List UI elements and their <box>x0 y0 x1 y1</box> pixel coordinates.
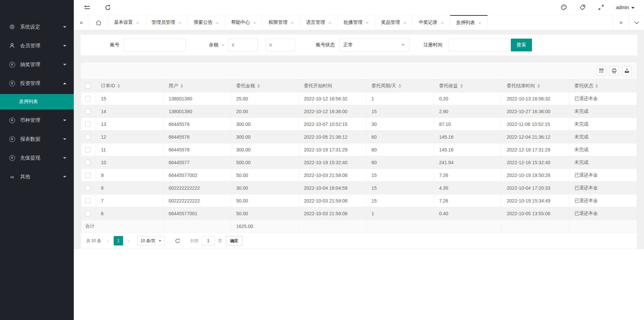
register-time-input[interactable] <box>448 39 509 51</box>
columns-filter-button[interactable] <box>597 66 606 76</box>
sidebar-item-system-settings[interactable]: 系统设定 <box>0 17 74 36</box>
account-input[interactable] <box>123 39 185 51</box>
tab-item-8[interactable]: 中奖记录× <box>413 15 450 30</box>
sidebar-item-member-management[interactable]: 会员管理 <box>0 36 74 55</box>
tab-item-6[interactable]: 轮播管理× <box>338 15 375 30</box>
tab-close-icon[interactable]: × <box>291 20 294 25</box>
tab-item-0[interactable]: 基本设置× <box>108 15 146 30</box>
tab-home[interactable] <box>89 15 108 30</box>
select-all-checkbox[interactable] <box>85 83 91 89</box>
sort-asc-icon[interactable] <box>398 84 401 86</box>
tabs-scroll-right-button[interactable]: » <box>613 15 629 30</box>
sort-icons[interactable] <box>595 84 598 88</box>
sidebar-subitem-pledge-list[interactable]: 质押列表 <box>0 94 74 109</box>
sort-desc-icon[interactable] <box>460 86 463 88</box>
sidebar-item-label: 充值提现 <box>20 155 63 161</box>
admin-dropdown[interactable]: admin <box>616 5 635 10</box>
tab-close-icon[interactable]: × <box>441 20 444 25</box>
sort-asc-icon[interactable] <box>117 84 120 86</box>
sidebar-item-lottery-management[interactable]: ¥抽奖管理 <box>0 55 74 74</box>
sort-asc-icon[interactable] <box>257 84 260 86</box>
cell-period-days: 60 <box>366 156 434 169</box>
row-checkbox[interactable] <box>85 109 91 114</box>
row-checkbox[interactable] <box>85 122 91 127</box>
tab-close-icon[interactable]: × <box>136 20 139 25</box>
account-status-select[interactable]: 正常 <box>339 39 410 51</box>
tab-close-icon[interactable]: × <box>328 20 331 25</box>
sort-icons[interactable] <box>398 84 401 88</box>
sort-desc-icon[interactable] <box>117 86 120 88</box>
row-checkbox[interactable] <box>85 173 91 178</box>
tag-icon[interactable] <box>579 4 586 11</box>
cell-end-time: 2022-10-27 16:36:00 <box>501 105 569 118</box>
row-checkbox[interactable] <box>85 160 91 165</box>
page-size-select[interactable]: 10 条/页 ▼ <box>137 236 165 245</box>
search-button[interactable]: 搜索 <box>511 39 532 51</box>
cell-end-time: 2022-10-04 17:20:33 <box>501 182 569 194</box>
sort-icons[interactable] <box>460 84 463 88</box>
row-checkbox[interactable] <box>85 96 91 101</box>
balance-max-input[interactable] <box>266 39 295 51</box>
tab-item-3[interactable]: 帮助中心× <box>225 15 263 30</box>
cell-amount: 300.00 <box>231 143 299 156</box>
tab-item-5[interactable]: 语言管理× <box>300 15 338 30</box>
chevron-down-icon <box>401 44 405 46</box>
next-page-button[interactable]: › <box>124 236 133 245</box>
tabs-menu-button[interactable] <box>629 15 644 30</box>
sort-asc-icon[interactable] <box>537 84 540 86</box>
fullscreen-icon[interactable] <box>598 4 604 10</box>
row-checkbox[interactable] <box>85 134 91 140</box>
sort-asc-icon[interactable] <box>460 84 463 86</box>
sort-desc-icon[interactable] <box>180 86 183 88</box>
column-header-label: 订单ID <box>101 83 115 88</box>
prev-page-button[interactable]: ‹ <box>104 236 112 245</box>
cell-order-id: 13 <box>96 118 164 131</box>
goto-page-input[interactable] <box>202 236 215 245</box>
sort-icons[interactable] <box>180 84 183 88</box>
cell-user: 002222222222 <box>163 182 231 194</box>
tab-close-icon[interactable]: × <box>253 20 256 25</box>
tab-close-icon[interactable]: × <box>366 20 369 25</box>
sidebar-item-report-data[interactable]: ¥报表数据 <box>0 130 74 148</box>
sort-asc-icon[interactable] <box>180 84 183 86</box>
tab-item-4[interactable]: 权限管理× <box>263 15 300 30</box>
balance-min-input[interactable] <box>228 39 258 51</box>
row-checkbox[interactable] <box>85 147 91 152</box>
sort-desc-icon[interactable] <box>398 86 401 88</box>
tab-item-9[interactable]: 质押列表× <box>450 15 488 30</box>
tab-item-1[interactable]: 管理员管理× <box>146 15 188 30</box>
row-checkbox[interactable] <box>85 198 91 203</box>
sidebar-item-other[interactable]: ∞其他 <box>0 167 74 186</box>
table-refresh-button[interactable] <box>175 238 180 244</box>
refresh-icon[interactable] <box>105 4 111 11</box>
sort-icons[interactable] <box>117 84 120 88</box>
sort-desc-icon[interactable] <box>537 86 540 88</box>
print-button[interactable] <box>609 66 619 76</box>
cell-status: 未完成 <box>569 156 637 169</box>
palette-icon[interactable] <box>560 4 567 11</box>
row-checkbox[interactable] <box>85 185 91 191</box>
tab-close-icon[interactable]: × <box>216 20 219 25</box>
tab-item-7[interactable]: 奖品管理× <box>375 15 413 30</box>
summary-label-cell: 合计 <box>81 220 96 233</box>
sidebar-item-investment-management[interactable]: ¥投资管理 <box>0 74 74 93</box>
current-page-button[interactable]: 1 <box>114 236 123 245</box>
tab-item-2[interactable]: 弹窗公告× <box>188 15 225 30</box>
tab-close-icon[interactable]: × <box>478 20 481 26</box>
sort-asc-icon[interactable] <box>595 84 598 86</box>
export-button[interactable] <box>622 66 632 76</box>
tab-close-icon[interactable]: × <box>178 20 181 25</box>
sidebar-item-currency-management[interactable]: ¥币种管理 <box>0 111 74 130</box>
tab-close-icon[interactable]: × <box>403 20 406 25</box>
cell-status: 未完成 <box>569 143 637 156</box>
goto-confirm-button[interactable]: 确定 <box>226 236 243 245</box>
sort-desc-icon[interactable] <box>595 86 598 88</box>
tabs-scroll-left-button[interactable]: « <box>74 15 89 30</box>
sort-desc-icon[interactable] <box>257 86 260 88</box>
collapse-menu-icon[interactable] <box>84 5 91 10</box>
cell-amount: 500.00 <box>231 156 299 169</box>
row-checkbox[interactable] <box>85 211 91 216</box>
sidebar-item-recharge-withdrawal[interactable]: ¥充值提现 <box>0 148 74 167</box>
sort-icons[interactable] <box>257 84 260 88</box>
sort-icons[interactable] <box>537 84 540 88</box>
